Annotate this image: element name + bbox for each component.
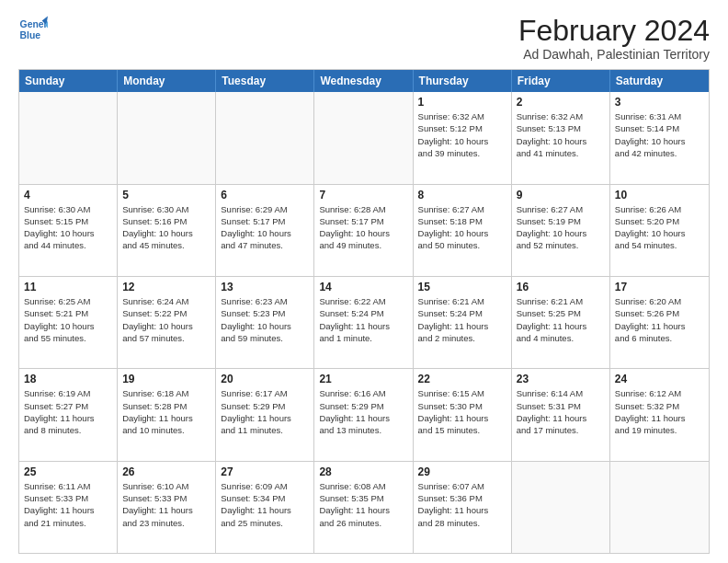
day-number: 4	[24, 189, 112, 201]
calendar-cell: 15Sunrise: 6:21 AM Sunset: 5:24 PM Dayli…	[414, 277, 512, 368]
day-info: Sunrise: 6:28 AM Sunset: 5:17 PM Dayligh…	[319, 203, 407, 252]
calendar-cell: 14Sunrise: 6:22 AM Sunset: 5:24 PM Dayli…	[314, 277, 413, 368]
day-info: Sunrise: 6:25 AM Sunset: 5:21 PM Dayligh…	[24, 295, 112, 344]
day-info: Sunrise: 6:18 AM Sunset: 5:28 PM Dayligh…	[122, 387, 210, 436]
day-info: Sunrise: 6:31 AM Sunset: 5:14 PM Dayligh…	[615, 110, 704, 159]
page: General Blue February 2024 Ad Dawhah, Pa…	[0, 0, 728, 563]
calendar-cell: 4Sunrise: 6:30 AM Sunset: 5:15 PM Daylig…	[19, 185, 118, 276]
calendar-cell	[610, 462, 709, 553]
day-number: 10	[615, 189, 704, 201]
day-number: 13	[221, 281, 309, 293]
day-info: Sunrise: 6:15 AM Sunset: 5:30 PM Dayligh…	[418, 387, 506, 436]
day-number: 8	[418, 189, 506, 201]
header-day-wednesday: Wednesday	[314, 70, 413, 92]
day-number: 29	[418, 465, 506, 478]
day-info: Sunrise: 6:10 AM Sunset: 5:33 PM Dayligh…	[122, 480, 210, 529]
day-number: 5	[122, 189, 210, 201]
day-info: Sunrise: 6:22 AM Sunset: 5:24 PM Dayligh…	[319, 295, 407, 344]
header-day-friday: Friday	[512, 70, 610, 92]
calendar-week-1: 1Sunrise: 6:32 AM Sunset: 5:12 PM Daylig…	[19, 92, 709, 184]
calendar-week-2: 4Sunrise: 6:30 AM Sunset: 5:15 PM Daylig…	[19, 185, 709, 277]
day-number: 17	[615, 281, 704, 293]
day-number: 23	[517, 373, 605, 385]
day-info: Sunrise: 6:09 AM Sunset: 5:34 PM Dayligh…	[221, 480, 309, 529]
day-info: Sunrise: 6:24 AM Sunset: 5:22 PM Dayligh…	[122, 295, 210, 344]
day-info: Sunrise: 6:08 AM Sunset: 5:35 PM Dayligh…	[319, 480, 407, 529]
svg-text:Blue: Blue	[20, 30, 41, 40]
logo-icon: General Blue	[18, 15, 48, 44]
day-number: 25	[24, 465, 112, 478]
day-number: 18	[24, 373, 112, 385]
calendar-cell: 19Sunrise: 6:18 AM Sunset: 5:28 PM Dayli…	[118, 369, 216, 460]
calendar-cell: 26Sunrise: 6:10 AM Sunset: 5:33 PM Dayli…	[118, 462, 216, 553]
calendar-cell	[19, 92, 118, 183]
day-number: 6	[221, 189, 309, 201]
day-info: Sunrise: 6:21 AM Sunset: 5:25 PM Dayligh…	[517, 295, 605, 344]
day-info: Sunrise: 6:11 AM Sunset: 5:33 PM Dayligh…	[24, 480, 112, 529]
day-info: Sunrise: 6:20 AM Sunset: 5:26 PM Dayligh…	[615, 295, 704, 344]
day-number: 16	[517, 281, 605, 293]
calendar-cell: 9Sunrise: 6:27 AM Sunset: 5:19 PM Daylig…	[512, 185, 610, 276]
calendar-cell: 8Sunrise: 6:27 AM Sunset: 5:18 PM Daylig…	[414, 185, 512, 276]
calendar-cell: 17Sunrise: 6:20 AM Sunset: 5:26 PM Dayli…	[610, 277, 709, 368]
day-info: Sunrise: 6:23 AM Sunset: 5:23 PM Dayligh…	[221, 295, 309, 344]
day-number: 15	[418, 281, 506, 293]
day-info: Sunrise: 6:30 AM Sunset: 5:15 PM Dayligh…	[24, 203, 112, 252]
calendar-cell: 22Sunrise: 6:15 AM Sunset: 5:30 PM Dayli…	[414, 369, 512, 460]
day-number: 24	[615, 373, 704, 385]
day-number: 1	[418, 96, 506, 109]
calendar-week-4: 18Sunrise: 6:19 AM Sunset: 5:27 PM Dayli…	[19, 369, 709, 461]
header-day-sunday: Sunday	[19, 70, 118, 92]
calendar-cell: 23Sunrise: 6:14 AM Sunset: 5:31 PM Dayli…	[512, 369, 610, 460]
calendar-cell: 12Sunrise: 6:24 AM Sunset: 5:22 PM Dayli…	[118, 277, 216, 368]
day-number: 27	[221, 465, 309, 478]
day-number: 3	[615, 96, 704, 109]
calendar-header: SundayMondayTuesdayWednesdayThursdayFrid…	[19, 70, 709, 92]
calendar: SundayMondayTuesdayWednesdayThursdayFrid…	[18, 69, 710, 554]
calendar-cell	[314, 92, 413, 183]
day-info: Sunrise: 6:17 AM Sunset: 5:29 PM Dayligh…	[221, 387, 309, 436]
day-info: Sunrise: 6:29 AM Sunset: 5:17 PM Dayligh…	[221, 203, 309, 252]
day-number: 9	[517, 189, 605, 201]
calendar-cell	[216, 92, 314, 183]
day-info: Sunrise: 6:27 AM Sunset: 5:18 PM Dayligh…	[418, 203, 506, 252]
day-number: 20	[221, 373, 309, 385]
calendar-cell: 24Sunrise: 6:12 AM Sunset: 5:32 PM Dayli…	[610, 369, 709, 460]
day-number: 2	[517, 96, 605, 109]
day-number: 19	[122, 373, 210, 385]
day-info: Sunrise: 6:26 AM Sunset: 5:20 PM Dayligh…	[615, 203, 704, 252]
calendar-cell: 6Sunrise: 6:29 AM Sunset: 5:17 PM Daylig…	[216, 185, 314, 276]
calendar-cell	[118, 92, 216, 183]
day-number: 14	[319, 281, 407, 293]
day-info: Sunrise: 6:07 AM Sunset: 5:36 PM Dayligh…	[418, 480, 506, 529]
calendar-cell: 21Sunrise: 6:16 AM Sunset: 5:29 PM Dayli…	[314, 369, 413, 460]
day-number: 21	[319, 373, 407, 385]
calendar-cell: 10Sunrise: 6:26 AM Sunset: 5:20 PM Dayli…	[610, 185, 709, 276]
day-info: Sunrise: 6:12 AM Sunset: 5:32 PM Dayligh…	[615, 387, 704, 436]
calendar-cell: 28Sunrise: 6:08 AM Sunset: 5:35 PM Dayli…	[314, 462, 413, 553]
day-info: Sunrise: 6:27 AM Sunset: 5:19 PM Dayligh…	[517, 203, 605, 252]
day-number: 26	[122, 465, 210, 478]
header-day-tuesday: Tuesday	[216, 70, 314, 92]
day-info: Sunrise: 6:30 AM Sunset: 5:16 PM Dayligh…	[122, 203, 210, 252]
calendar-cell: 27Sunrise: 6:09 AM Sunset: 5:34 PM Dayli…	[216, 462, 314, 553]
calendar-cell: 1Sunrise: 6:32 AM Sunset: 5:12 PM Daylig…	[414, 92, 512, 183]
calendar-cell: 11Sunrise: 6:25 AM Sunset: 5:21 PM Dayli…	[19, 277, 118, 368]
calendar-week-3: 11Sunrise: 6:25 AM Sunset: 5:21 PM Dayli…	[19, 277, 709, 369]
calendar-cell: 25Sunrise: 6:11 AM Sunset: 5:33 PM Dayli…	[19, 462, 118, 553]
calendar-cell: 18Sunrise: 6:19 AM Sunset: 5:27 PM Dayli…	[19, 369, 118, 460]
main-title: February 2024	[518, 15, 710, 47]
day-info: Sunrise: 6:21 AM Sunset: 5:24 PM Dayligh…	[418, 295, 506, 344]
calendar-body: 1Sunrise: 6:32 AM Sunset: 5:12 PM Daylig…	[19, 92, 709, 553]
calendar-cell: 13Sunrise: 6:23 AM Sunset: 5:23 PM Dayli…	[216, 277, 314, 368]
day-number: 22	[418, 373, 506, 385]
subtitle: Ad Dawhah, Palestinian Territory	[518, 47, 710, 62]
day-info: Sunrise: 6:19 AM Sunset: 5:27 PM Dayligh…	[24, 387, 112, 436]
title-block: February 2024 Ad Dawhah, Palestinian Ter…	[518, 15, 710, 62]
calendar-cell: 20Sunrise: 6:17 AM Sunset: 5:29 PM Dayli…	[216, 369, 314, 460]
calendar-cell	[512, 462, 610, 553]
day-info: Sunrise: 6:14 AM Sunset: 5:31 PM Dayligh…	[517, 387, 605, 436]
logo: General Blue	[18, 15, 48, 44]
calendar-cell: 7Sunrise: 6:28 AM Sunset: 5:17 PM Daylig…	[314, 185, 413, 276]
day-number: 12	[122, 281, 210, 293]
